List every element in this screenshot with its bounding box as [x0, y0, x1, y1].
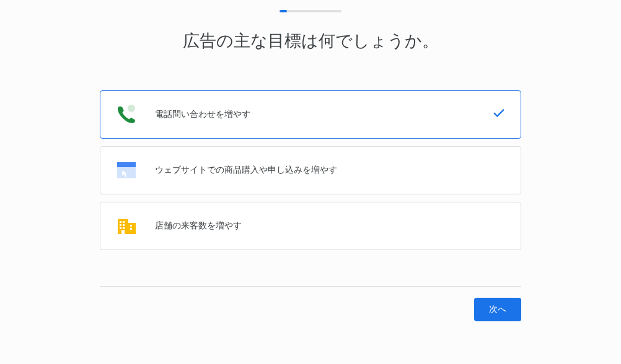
svg-rect-6	[123, 221, 125, 223]
footer-actions: 次へ	[100, 298, 521, 321]
checkmark-icon	[492, 106, 506, 123]
svg-rect-2	[117, 167, 136, 178]
svg-rect-12	[130, 228, 132, 230]
option-phone-calls[interactable]: 電話問い合わせを増やす	[100, 90, 521, 139]
svg-rect-10	[123, 227, 125, 229]
svg-rect-1	[117, 162, 136, 167]
store-icon	[115, 215, 138, 237]
phone-icon	[115, 103, 138, 126]
svg-rect-7	[120, 224, 121, 226]
option-label: 店舗の来客数を増やす	[155, 220, 242, 232]
options-container: 電話問い合わせを増やす ウェブサイトでの商品購入や申し込みを増やす	[100, 90, 521, 250]
website-icon	[115, 159, 138, 181]
progress-bar	[280, 10, 341, 12]
svg-rect-11	[130, 225, 132, 227]
option-label: 電話問い合わせを増やす	[155, 109, 250, 120]
option-label: ウェブサイトでの商品購入や申し込みを増やす	[155, 165, 337, 176]
svg-rect-8	[123, 224, 125, 226]
svg-rect-9	[120, 227, 121, 229]
page-title: 広告の主な目標は何でしょうか。	[0, 30, 621, 52]
option-website-purchases[interactable]: ウェブサイトでの商品購入や申し込みを増やす	[100, 146, 521, 194]
svg-point-0	[128, 105, 135, 112]
svg-rect-13	[121, 230, 125, 234]
next-button[interactable]: 次へ	[474, 298, 521, 321]
progress-bar-fill	[280, 10, 287, 12]
option-store-visits[interactable]: 店舗の来客数を増やす	[100, 202, 521, 250]
svg-rect-5	[120, 221, 121, 223]
divider	[100, 286, 521, 287]
